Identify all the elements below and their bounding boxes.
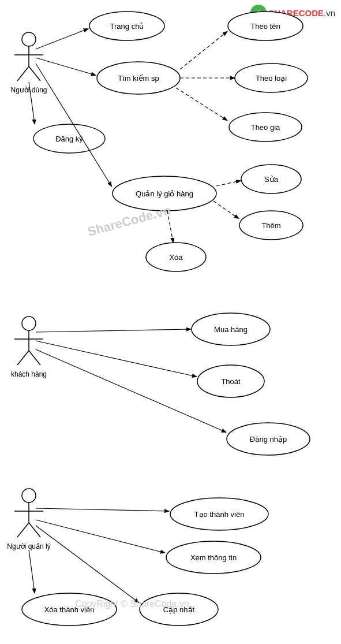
svg-point-25 [22,317,36,330]
svg-line-22 [216,181,240,186]
uc-tao-thanh-vien: Tạo thành viên [194,510,245,519]
svg-line-8 [36,58,95,75]
uc-theo-ten: Theo tên [250,22,280,31]
uc-theo-gia: Theo giá [251,123,280,132]
svg-line-3 [17,66,29,81]
svg-line-39 [17,523,29,537]
svg-line-48 [36,526,138,602]
svg-line-6 [36,29,88,49]
uc-mua-hang: Mua hàng [214,325,248,334]
svg-line-12 [180,32,227,69]
uc-quan-ly-gio: Quản lý giỏ hàng [136,189,193,198]
uc-xem-thong-tin: Xem thông tin [190,553,237,562]
uc-them: Thêm [261,221,280,230]
svg-line-28 [17,351,29,365]
svg-line-44 [36,520,164,553]
actor-khach-hang-label: khách hàng [11,370,47,378]
uc-dang-nhap: Đăng nhập [250,435,287,444]
diagram-svg: Người dùng Trang chủ Tìm kiếm sp Theo tê… [0,0,341,644]
svg-line-24 [167,211,173,242]
svg-line-33 [36,341,196,377]
svg-line-40 [29,523,40,537]
actor-nguoi-dung-label: Người dùng [10,86,47,94]
svg-line-14 [176,88,227,120]
svg-line-42 [36,508,168,511]
uc-dang-ky: Đăng ký [55,135,83,143]
svg-point-36 [22,489,36,502]
uc-xoa: Xóa [169,253,183,262]
svg-line-47 [29,550,35,593]
uc-thoat: Thoát [221,377,241,386]
uc-cap-nhat: Cập nhật [163,605,195,614]
actor-nguoi-quan-ly-label: Người quản lý [7,542,50,550]
svg-line-31 [36,329,190,332]
uc-trang-chu: Trang chủ [110,22,144,31]
uc-tim-kiem: Tìm kiếm sp [118,74,159,83]
svg-line-23 [213,201,238,218]
svg-line-29 [29,351,40,365]
uc-theo-loai: Theo loại [256,74,287,83]
svg-point-0 [22,32,36,46]
uc-xoa-thanh-vien: Xóa thành viên [44,605,95,614]
uc-sua: Sửa [264,175,279,184]
